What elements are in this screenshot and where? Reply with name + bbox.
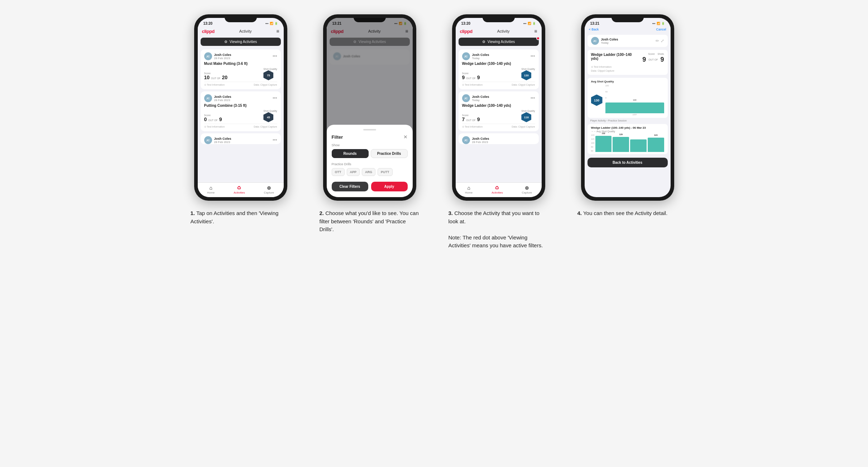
- activity-card-3-3[interactable]: JC Josh Coles 28 Feb 2023: [459, 133, 539, 144]
- chart-y-labels-4: 100500: [605, 85, 664, 99]
- more-dots-3-1[interactable]: •••: [531, 54, 535, 59]
- score-block-1-1: Score 10 OUT OF 20: [204, 72, 227, 80]
- nav-home-3[interactable]: ⌂ Home: [465, 185, 473, 194]
- user-details-3-1: Josh Coles Today: [472, 53, 489, 60]
- avatar-1-2: JC: [204, 94, 212, 102]
- score-label-3-1: Score: [462, 72, 480, 75]
- quality-hex-3-1: 130: [521, 70, 531, 80]
- chart-area-4: 130: [605, 99, 664, 113]
- apply-btn-2[interactable]: Apply: [371, 182, 408, 191]
- info-right-3-1: Data: Clippd Capture: [512, 84, 535, 86]
- filter-drills-btn-2[interactable]: Practice Drills: [371, 149, 408, 158]
- filter-putt-btn-2[interactable]: PUTT: [378, 168, 393, 176]
- app-title-1: Activity: [239, 29, 252, 33]
- nav-activities-3[interactable]: ♻ Activities: [491, 185, 503, 194]
- activities-icon-1: ♻: [237, 185, 241, 191]
- detail-user-info-4: Josh Coles Today: [601, 38, 618, 44]
- avg-chart-row-4: 130 100500 130 APP: [591, 85, 664, 116]
- user-name-1-1: Josh Coles: [214, 53, 231, 57]
- app-header-1: clippd Activity ≡: [198, 26, 284, 36]
- activities-label-3: Activities: [491, 191, 503, 194]
- stats-row-3-1: Score 9 OUT OF 9 Shot Quality 1: [462, 68, 535, 80]
- filter-arg-btn-2[interactable]: ARG: [362, 168, 375, 176]
- phone-1-inner: 13:20 ▪▪▪ 📶 🔋 clippd Activity ≡ ⚙ Vi: [198, 18, 284, 197]
- info-left-1-2: ⊙ Test Information: [204, 125, 225, 128]
- more-dots-3-2[interactable]: •••: [531, 96, 535, 101]
- more-dots-1-3[interactable]: •••: [273, 138, 277, 143]
- user-details-3-3: Josh Coles 28 Feb 2023: [472, 137, 489, 144]
- drill-title-1-2: Putting Combine (3-15 ft): [204, 104, 277, 108]
- user-info-1-1: JC Josh Coles 28 Feb 2023: [204, 52, 231, 60]
- user-info-3-3: JC Josh Coles 28 Feb 2023: [462, 136, 489, 144]
- viewing-bar-3[interactable]: ⚙ Viewing Activities: [459, 38, 539, 46]
- status-time-3: 13:20: [461, 22, 471, 25]
- score-block-3-1: Score 9 OUT OF 9: [462, 72, 480, 80]
- column-1: 13:20 ▪▪▪ 📶 🔋 clippd Activity ≡ ⚙ Vi: [183, 14, 298, 225]
- score-label-1-2: Score: [204, 114, 222, 116]
- filter-close-2[interactable]: ✕: [403, 134, 408, 140]
- menu-icon-1[interactable]: ≡: [276, 28, 279, 34]
- viewing-bar-1[interactable]: ⚙ Viewing Activities: [201, 38, 281, 46]
- home-icon-3: ⌂: [467, 185, 470, 191]
- quality-block-3-2: Shot Quality 118: [521, 110, 535, 122]
- menu-icon-3[interactable]: ≡: [534, 28, 537, 34]
- activity-card-1-3[interactable]: JC Josh Coles 28 Feb 2023 •••: [201, 133, 281, 144]
- nav-home-1[interactable]: ⌂ Home: [207, 185, 215, 194]
- cancel-btn-4[interactable]: Cancel: [656, 28, 666, 31]
- filter-app-btn-2[interactable]: APP: [347, 168, 360, 176]
- back-btn-4[interactable]: < Back: [589, 28, 599, 31]
- phone-4-inner: 13:21 ▪▪▪ 📶 🔋 < Back Cancel JC: [585, 18, 671, 197]
- edit-icon-4[interactable]: ✏: [656, 38, 659, 43]
- mini-chart-title-4: Wedge Ladder (100–140 yds) - 06 Mar 23: [591, 126, 664, 129]
- nav-capture-1[interactable]: ⊕ Capture: [264, 185, 274, 194]
- bar-4-4: 124: [648, 138, 664, 152]
- column-4: 13:21 ▪▪▪ 📶 🔋 < Back Cancel JC: [570, 14, 685, 218]
- more-dots-1-1[interactable]: •••: [273, 54, 277, 59]
- back-to-activities-btn-4[interactable]: Back to Activities: [588, 158, 668, 167]
- user-date-1-2: 28 Feb 2023: [214, 99, 231, 102]
- user-date-1-1: 28 Feb 2023: [214, 57, 231, 60]
- expand-icon-4[interactable]: ⤢: [661, 38, 664, 43]
- activity-card-1-1[interactable]: JC Josh Coles 28 Feb 2023 ••• Must Make …: [201, 49, 281, 89]
- nav-activities-1[interactable]: ♻ Activities: [234, 185, 245, 194]
- phone-3-inner: 13:20 ▪▪▪ 📶 🔋 clippd Activity ≡ ⚙ Vi: [456, 18, 542, 197]
- user-info-3-1: JC Josh Coles Today: [462, 52, 489, 60]
- info-right-1-1: Data: Clippd Capture: [254, 84, 277, 86]
- user-info-1-3: JC Josh Coles 28 Feb 2023: [204, 136, 231, 144]
- activity-card-3-1[interactable]: JC Josh Coles Today ••• Wedge Ladder (10…: [459, 49, 539, 89]
- filter-title-2: Filter: [332, 134, 343, 140]
- info-row-3-1: ⊙ Test Information Data: Clippd Capture: [462, 82, 535, 86]
- score-label-1-1: Score: [204, 72, 227, 75]
- activity-card-3-2[interactable]: JC Josh Coles Today ••• Wedge Ladder (10…: [459, 91, 539, 131]
- bar-2-4: 129: [613, 137, 629, 152]
- phone-2: 13:21 ▪▪▪ 📶 🔋 clippd Activity ≡ ⚙ Vi: [323, 14, 416, 201]
- detail-shots-value-4: 9: [660, 56, 664, 63]
- quality-label-3-2: Shot Quality: [521, 110, 535, 112]
- info-row-1-2: ⊙ Test Information Data: Clippd Capture: [204, 124, 277, 128]
- page-container: 13:20 ▪▪▪ 📶 🔋 clippd Activity ≡ ⚙ Vi: [183, 14, 685, 250]
- mini-bar-chart-4: 132 129 124: [595, 134, 664, 152]
- filter-ott-btn-2[interactable]: OTT: [332, 168, 345, 176]
- user-date-1-3: 28 Feb 2023: [214, 140, 231, 144]
- notch-4: [612, 14, 644, 22]
- bottom-nav-1: ⌂ Home ♻ Activities ⊕ Capture: [198, 182, 284, 197]
- filter-header-2: Filter ✕: [332, 134, 408, 140]
- clear-filters-btn-2[interactable]: Clear Filters: [332, 182, 368, 191]
- activity-card-1-2[interactable]: JC Josh Coles 28 Feb 2023 ••• Putting Co…: [201, 91, 281, 131]
- caption-4: 4. You can then see the Activity detail.: [577, 209, 678, 218]
- wifi-icon: 📶: [270, 22, 273, 25]
- chart-x-label-4: APP: [605, 114, 664, 116]
- card-header-1-2: JC Josh Coles 28 Feb 2023 •••: [204, 94, 277, 102]
- nav-capture-3[interactable]: ⊕ Capture: [522, 185, 532, 194]
- more-dots-1-2[interactable]: •••: [273, 96, 277, 101]
- capture-icon-1: ⊕: [267, 185, 271, 191]
- avg-chart-area-4: 100500 130 APP: [605, 85, 664, 116]
- detail-user-date-4: Today: [601, 41, 618, 44]
- filter-rounds-btn-2[interactable]: Rounds: [332, 149, 369, 158]
- battery-icon: 🔋: [274, 22, 278, 25]
- activities-label-1: Activities: [234, 191, 245, 194]
- bar-3-4: [630, 139, 647, 152]
- app-logo-1: clippd: [202, 29, 215, 34]
- user-details-3-2: Josh Coles Today: [472, 95, 489, 102]
- quality-hex-3-2: 118: [521, 112, 531, 122]
